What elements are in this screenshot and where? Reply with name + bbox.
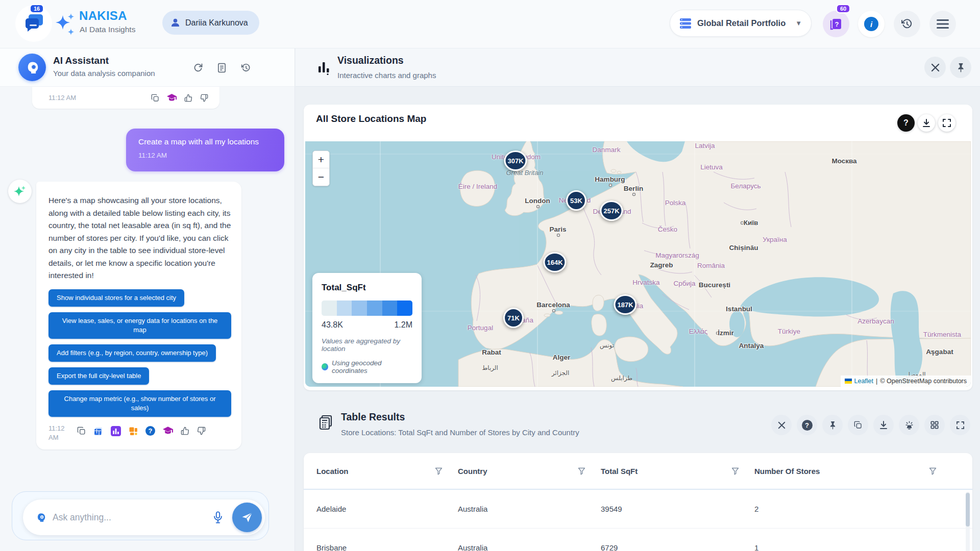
table-help-button[interactable]: ? <box>797 415 817 435</box>
leaflet-link[interactable]: Leaflet <box>854 378 874 385</box>
chat-logo-icon[interactable] <box>22 11 46 35</box>
document-icon[interactable] <box>217 63 227 73</box>
fullscreen-icon <box>943 119 951 127</box>
map-marker[interactable]: 53K <box>566 190 586 211</box>
map-marker[interactable]: 164K <box>543 252 566 272</box>
column-header[interactable]: Location <box>316 467 458 475</box>
column-header[interactable]: Total SqFt <box>601 467 754 475</box>
user-name: Dariia Karkunova <box>185 18 248 28</box>
suggestion-button[interactable]: Export the full city-level table <box>48 367 149 385</box>
learn-icon[interactable] <box>163 427 173 435</box>
brand-name: NAKISA <box>79 9 127 23</box>
history-button[interactable] <box>894 11 920 37</box>
table-row[interactable]: AdelaideAustralia395492 <box>304 490 972 529</box>
table-results-title: Table Results <box>341 411 405 423</box>
grid-icon <box>930 421 939 429</box>
ai-head-small-icon <box>35 512 46 523</box>
zoom-out-button[interactable]: − <box>313 168 329 186</box>
chat-input[interactable]: Ask anything... <box>23 499 265 535</box>
user-menu[interactable]: Dariia Karkunova <box>162 11 259 35</box>
legend-color-step <box>352 300 367 316</box>
table-body: AdelaideAustralia395492BrisbaneAustralia… <box>304 490 972 551</box>
legend-color-step <box>322 300 337 316</box>
user-message-time: 11:12 AM <box>138 152 272 159</box>
map-marker[interactable]: 257K <box>600 201 623 221</box>
download-icon <box>922 119 930 128</box>
sparkle-icon <box>13 185 27 198</box>
help-count-badge: 60 <box>836 4 850 13</box>
table-pin-button[interactable] <box>822 415 843 435</box>
thumbs-down-icon[interactable] <box>200 94 208 102</box>
ukraine-flag-icon <box>845 379 852 384</box>
main-menu-button[interactable] <box>929 11 956 37</box>
scrollbar-thumb[interactable] <box>966 493 970 527</box>
dashboard-icon[interactable] <box>129 427 138 436</box>
sparkles-icon <box>54 12 77 37</box>
map-marker[interactable]: 187K <box>614 294 636 315</box>
suggestion-button[interactable]: Change map metric (e.g., show number of … <box>48 390 231 417</box>
top-header: 16 NAKISA AI Data Insights Dariia Karkun… <box>0 0 980 48</box>
table-copy-button[interactable] <box>848 415 868 435</box>
leaflet-map[interactable]: United KingdomGreat BritainÉire / Irelan… <box>305 141 971 387</box>
filter-funnel-icon[interactable] <box>929 467 937 475</box>
filter-funnel-icon[interactable] <box>731 467 739 475</box>
table-row[interactable]: BrisbaneAustralia67291 <box>304 529 972 551</box>
map-marker[interactable]: 71K <box>503 308 524 328</box>
microphone-icon[interactable] <box>213 511 223 523</box>
assistant-message-footer: 11:12 AM <box>48 424 231 442</box>
column-label: Total SqFt <box>601 467 638 475</box>
question-icon[interactable]: ? <box>145 426 155 436</box>
zoom-in-button[interactable]: + <box>313 151 329 168</box>
table-insights-button[interactable] <box>899 415 919 435</box>
send-button[interactable] <box>232 503 262 532</box>
learn-icon[interactable] <box>167 94 177 102</box>
filter-funnel-icon[interactable] <box>435 467 443 475</box>
column-header[interactable]: Number Of Stores <box>754 467 952 475</box>
bar-chart-icon[interactable] <box>111 426 121 436</box>
pin-icon <box>829 421 837 430</box>
table-cell: Australia <box>458 543 601 551</box>
table-scrollbar[interactable] <box>966 492 970 551</box>
portfolio-selector[interactable]: Global Retail Portfolio ▼ <box>670 10 812 37</box>
assistant-message-time: 11:12 AM <box>48 424 73 442</box>
legend-color-step <box>367 300 382 316</box>
map-marker[interactable]: 307K <box>504 151 527 171</box>
suggestion-button[interactable]: Show individual stores for a selected ci… <box>48 289 184 307</box>
thumbs-down-icon[interactable] <box>197 427 206 435</box>
legend-geocoded-note: Using geocoded coordinates <box>332 359 412 374</box>
map-help-button[interactable]: ? <box>897 114 915 132</box>
copy-icon[interactable] <box>77 427 86 435</box>
info-button[interactable]: i <box>858 11 885 37</box>
map-fullscreen-button[interactable] <box>938 114 955 132</box>
legend-min: 43.8K <box>322 320 343 330</box>
chat-history-icon[interactable] <box>241 63 251 73</box>
legend-note: Values are aggregated by location <box>322 337 412 353</box>
table-download-button[interactable] <box>873 415 894 435</box>
map-attribution: Leaflet | © OpenStreetMap contributors <box>841 375 971 387</box>
close-panel-button[interactable] <box>924 57 946 78</box>
table-view-icon[interactable] <box>93 427 103 436</box>
chat-count-badge: 16 <box>30 4 44 13</box>
help-center-button[interactable]: ? <box>823 11 849 37</box>
thumbs-up-icon[interactable] <box>181 427 189 435</box>
suggestion-button[interactable]: View lease, sales, or energy data for lo… <box>48 312 231 339</box>
legend-color-step <box>397 300 412 316</box>
table-results-icon <box>317 414 334 431</box>
svg-text:?: ? <box>835 20 839 28</box>
visualizations-panel: Visualizations Interactive charts and gr… <box>296 48 980 551</box>
ai-head-icon <box>24 60 40 75</box>
map-download-button[interactable] <box>918 114 935 132</box>
legend-max: 1.2M <box>394 320 412 330</box>
copy-icon[interactable] <box>151 94 159 102</box>
table-fullscreen-button[interactable] <box>950 415 970 435</box>
filter-funnel-icon[interactable] <box>578 467 585 475</box>
pin-panel-button[interactable] <box>950 57 971 78</box>
column-header[interactable]: Country <box>458 467 601 475</box>
results-table: Location Country Total SqFt Number Of St… <box>304 453 972 551</box>
table-grid-view-button[interactable] <box>924 415 945 435</box>
suggestion-button[interactable]: Add filters (e.g., by region, country, o… <box>48 344 216 362</box>
thumbs-up-icon[interactable] <box>184 94 192 102</box>
close-icon <box>931 63 940 72</box>
refresh-icon[interactable] <box>193 63 203 73</box>
table-close-button[interactable] <box>771 415 792 435</box>
